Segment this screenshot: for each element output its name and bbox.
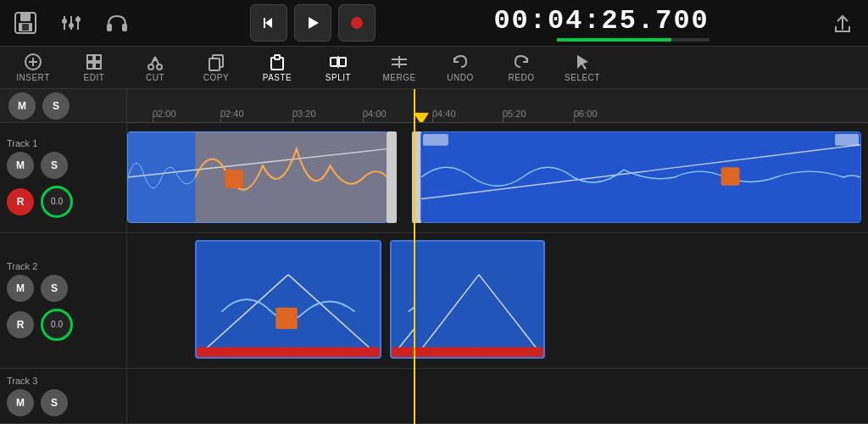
split-icon [329, 53, 348, 71]
track-2-solo-button[interactable]: S [41, 275, 68, 302]
track-2-record-button[interactable]: R [7, 311, 34, 338]
track-1-row[interactable] [127, 123, 868, 233]
copy-icon [207, 53, 225, 71]
svg-marker-39 [577, 55, 588, 70]
skip-back-button[interactable] [250, 4, 287, 42]
track-2-clip-3[interactable] [414, 240, 545, 359]
undo-button[interactable]: UNDO [431, 49, 490, 86]
edit-button[interactable]: EDIT [64, 49, 124, 86]
redo-icon [512, 53, 531, 71]
svg-rect-3 [22, 24, 29, 31]
track-3-buttons: M S [7, 389, 120, 416]
playhead-arrow [414, 113, 429, 123]
ruler-mark-1: 02:40 [220, 109, 244, 119]
track-1-mute-button[interactable]: M [7, 152, 34, 179]
track-2-gain-knob[interactable]: 0.0 [41, 309, 73, 341]
track-2-controls: Track 2 M S R 0.0 [0, 233, 126, 369]
track-3-row[interactable] [127, 369, 868, 424]
svg-rect-11 [122, 24, 127, 31]
track-controls-panel: M S Track 1 M S R 0.0 Track 2 M S [0, 89, 127, 424]
ruler-mark-3: 04:00 [363, 109, 387, 119]
edit-toolbar: INSERT EDIT CUT COPY PASTE SPLIT MERGE [0, 47, 868, 89]
paste-button[interactable]: PASTE [248, 49, 307, 86]
track-1-split-marker-left [387, 131, 397, 223]
time-progress-fill [557, 38, 671, 42]
merge-icon [390, 53, 409, 71]
svg-rect-23 [95, 63, 101, 69]
track-2-clip-1[interactable] [195, 240, 381, 359]
select-button[interactable]: SELECT [553, 49, 612, 86]
master-controls: M S [0, 89, 126, 123]
track-1-solo-button[interactable]: S [41, 152, 68, 179]
svg-rect-43 [225, 170, 243, 188]
save-icon[interactable] [10, 8, 41, 38]
insert-icon [24, 53, 42, 71]
timeline-ruler: 02:00 02:40 03:20 04:00 04:40 05:20 06:0… [127, 89, 868, 123]
svg-rect-52 [275, 308, 298, 329]
transport-controls [250, 4, 376, 42]
ruler-mark-2: 03:20 [292, 109, 316, 119]
undo-icon [451, 53, 470, 71]
ruler-mark-6: 06:00 [574, 109, 598, 119]
svg-rect-47 [423, 134, 448, 146]
track-1-controls: Track 1 M S R 0.0 [0, 123, 126, 233]
svg-rect-30 [209, 59, 220, 70]
edit-icon [85, 53, 103, 71]
svg-point-24 [148, 64, 153, 70]
record-button[interactable] [338, 4, 376, 42]
insert-button[interactable]: INSERT [3, 49, 63, 86]
track-3-controls: Track 3 M S [0, 369, 126, 424]
svg-rect-62 [415, 347, 543, 357]
track-1-clip-1[interactable] [127, 131, 388, 223]
svg-rect-53 [197, 347, 380, 357]
track-1-clip-2[interactable] [420, 131, 861, 223]
merge-button[interactable]: MERGE [370, 49, 429, 86]
time-progress-bar [557, 38, 709, 42]
tracks-scroll-area[interactable]: 02:00 02:40 03:20 04:00 04:40 05:20 06:0… [127, 89, 868, 424]
master-mute-button[interactable]: M [8, 92, 36, 120]
svg-point-25 [157, 64, 162, 70]
track-3-mute-button[interactable]: M [7, 389, 34, 416]
track-1-gain-knob[interactable]: 0.0 [41, 186, 73, 218]
svg-rect-33 [331, 58, 337, 66]
select-icon [573, 53, 592, 71]
svg-rect-10 [107, 24, 112, 31]
split-button[interactable]: SPLIT [309, 49, 368, 86]
svg-rect-21 [95, 55, 101, 61]
svg-rect-1 [20, 13, 31, 21]
svg-marker-14 [309, 17, 319, 29]
track-2-row[interactable] [127, 233, 868, 369]
svg-rect-44 [421, 132, 860, 222]
play-button[interactable] [294, 4, 331, 42]
time-display-area: 00:04:25.700 [493, 5, 709, 42]
timeline-area: M S Track 1 M S R 0.0 Track 2 M S [0, 89, 868, 424]
svg-rect-22 [87, 63, 93, 69]
share-icon[interactable] [827, 8, 858, 38]
master-solo-button[interactable]: S [42, 92, 70, 120]
svg-rect-13 [264, 18, 265, 28]
top-left-icons [10, 8, 132, 38]
ruler-mark-4: 04:40 [432, 109, 456, 119]
redo-button[interactable]: REDO [492, 49, 551, 86]
headphones-icon[interactable] [102, 8, 132, 38]
track-1-label: Track 1 [7, 138, 120, 148]
track-3-solo-button[interactable]: S [41, 389, 68, 416]
svg-point-9 [75, 17, 81, 22]
ruler-mark-0: 02:00 [153, 109, 176, 119]
svg-rect-41 [195, 132, 387, 222]
svg-point-15 [351, 17, 363, 29]
svg-rect-49 [197, 242, 380, 357]
svg-rect-20 [87, 55, 93, 61]
track-2-mute-button[interactable]: M [7, 275, 34, 302]
track-2-label: Track 2 [7, 261, 120, 271]
svg-rect-46 [721, 167, 740, 186]
cut-button[interactable]: CUT [125, 49, 185, 86]
cut-icon [146, 53, 164, 71]
svg-rect-48 [835, 134, 859, 146]
mixer-icon[interactable] [56, 8, 86, 38]
svg-rect-59 [415, 242, 543, 357]
svg-point-7 [62, 19, 67, 24]
ruler-mark-5: 05:20 [503, 109, 526, 119]
track-1-record-button[interactable]: R [7, 188, 34, 215]
copy-button[interactable]: COPY [186, 49, 246, 86]
